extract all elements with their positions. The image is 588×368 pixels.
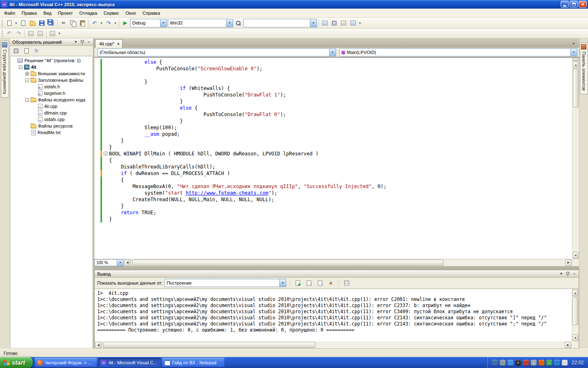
toolbar-options-icon[interactable]: ▼	[57, 29, 62, 38]
configuration-combo[interactable]: Debug▼	[130, 19, 167, 27]
toolbar-grip[interactable]	[2, 19, 3, 27]
minimize-button[interactable]	[561, 1, 569, 8]
properties-icon[interactable]	[12, 47, 20, 55]
scrollbar-thumb[interactable]	[572, 297, 578, 325]
tab-document-outline[interactable]: Структура документа	[1, 40, 9, 98]
code-line[interactable]: PushToConsole("ScreenGlowEnable 0");	[94, 65, 572, 72]
expander-icon[interactable]: -	[25, 79, 29, 82]
redo-dropdown-icon[interactable]: ▼	[113, 18, 118, 27]
navigate-backward-icon[interactable]: ↶	[4, 29, 14, 38]
editor-horizontal-scrollbar[interactable]: ◀ ▶	[124, 259, 572, 266]
tab-toolbox[interactable]: Панель элементов	[580, 43, 588, 94]
firefox-icon[interactable]	[539, 360, 544, 366]
start-page-icon[interactable]	[348, 18, 358, 27]
code-line[interactable]: {	[94, 177, 572, 183]
add-item-icon[interactable]	[18, 18, 28, 27]
toolbar-options-icon[interactable]: ▼	[358, 18, 362, 27]
search-combo[interactable]: ▼	[243, 19, 317, 27]
application-icon[interactable]: ∞	[1, 1, 7, 7]
collapse-region-icon[interactable]: -	[104, 152, 107, 155]
code-line[interactable]: }	[94, 203, 572, 209]
maximize-button[interactable]	[570, 1, 578, 8]
code-line[interactable]: }	[94, 118, 572, 124]
show-output-icon[interactable]: ▶	[293, 279, 302, 287]
start-button[interactable]: start	[0, 357, 33, 368]
code-line[interactable]: -BOOL WINAPI DllMain ( HMODULE hDll, DWO…	[94, 150, 572, 157]
close-button[interactable]: ×	[579, 1, 587, 8]
code-line[interactable]: CreateThread(NULL, NULL,Main, NULL, NULL…	[94, 196, 572, 203]
security-alert-icon[interactable]	[523, 360, 529, 366]
code-line[interactable]: DisableThreadLibraryCalls(hDll);	[94, 164, 572, 170]
menu-item[interactable]: Справка	[139, 9, 163, 17]
scrollbar-thumb[interactable]	[573, 69, 579, 108]
object-browser-icon[interactable]	[339, 18, 348, 27]
save-all-icon[interactable]	[47, 18, 56, 27]
menu-item[interactable]: Отладка	[76, 9, 100, 17]
code-line[interactable]: if ( dwReason == DLL_PROCESS_ATTACH )	[94, 170, 572, 177]
split-handle[interactable]	[573, 58, 579, 61]
tree-item[interactable]: ++4it.cpp	[11, 103, 92, 110]
code-line[interactable]: return TRUE;	[94, 209, 572, 216]
code-line[interactable]: }	[94, 216, 572, 222]
scroll-left-icon[interactable]: ◀	[95, 342, 102, 348]
scroll-down-icon[interactable]: ▼	[573, 252, 579, 258]
zoom-combo[interactable]: 100 %▼	[94, 259, 124, 266]
tree-item[interactable]: ReadMe.txt	[11, 129, 92, 136]
search-input[interactable]	[245, 19, 310, 27]
expander-icon[interactable]: -	[19, 65, 22, 69]
antivirus-icon[interactable]: ✓	[546, 360, 552, 366]
show-all-files-icon[interactable]	[22, 47, 31, 55]
new-dropdown-icon[interactable]: ▼	[14, 18, 18, 27]
code-line[interactable]: PushToConsole("DrawFlat 1");	[94, 92, 572, 98]
code-line[interactable]: else {	[94, 105, 572, 111]
code-line[interactable]: }	[94, 79, 572, 85]
tab-list-icon[interactable]: ▼	[570, 40, 577, 47]
tree-item[interactable]: ++stdafx.cpp	[11, 116, 92, 123]
taskbar-item[interactable]: Читерский Форум -> ...	[35, 358, 97, 367]
search-dropdown-icon[interactable]: ▼	[310, 19, 316, 27]
window-position-icon[interactable]: ▼	[558, 271, 564, 277]
taskbar-item[interactable]: Гайд по BX - Notepad	[162, 358, 225, 367]
solution-explorer-icon[interactable]	[320, 18, 330, 27]
code-line[interactable]: __asm popad;	[94, 131, 572, 137]
close-panel-icon[interactable]: ×	[86, 39, 92, 45]
window-position-icon[interactable]: ▼	[73, 39, 79, 45]
volume-icon[interactable]: ♪	[531, 360, 537, 366]
tree-item[interactable]: -Заголовочные файлы	[11, 77, 92, 83]
expander-icon[interactable]: +	[25, 72, 29, 76]
code-line[interactable]: }	[94, 137, 572, 144]
tree-item[interactable]: Файлы ресурсов	[11, 123, 92, 129]
code-line[interactable]: else {	[94, 59, 572, 65]
redo-icon[interactable]: ↷	[104, 18, 113, 27]
scroll-right-icon[interactable]: ▶	[565, 260, 572, 266]
tree-item[interactable]: -Файлы исходного кода	[11, 96, 92, 103]
tree-item[interactable]: hstdafx.h	[11, 83, 92, 90]
undo-dropdown-icon[interactable]: ▼	[99, 18, 104, 27]
editor-vertical-scrollbar[interactable]: ▲ ▼	[572, 58, 579, 259]
code-line[interactable]: if (Whitewalls) {	[94, 85, 572, 92]
scroll-down-icon[interactable]: ▼	[572, 334, 578, 341]
types-combo[interactable]: (Глобальная область)▼	[98, 48, 336, 56]
display-settings-icon[interactable]	[500, 360, 506, 366]
menu-item[interactable]: Правка	[18, 9, 40, 17]
calendar-icon[interactable]	[562, 360, 568, 366]
scrollbar-track[interactable]	[131, 260, 564, 266]
tree-item[interactable]: Решение "4it" (проектов: 1)	[11, 57, 92, 64]
scroll-left-icon[interactable]: ◀	[124, 260, 131, 266]
scrollbar-thumb[interactable]	[103, 342, 315, 348]
new-project-icon[interactable]	[4, 18, 14, 27]
save-icon[interactable]	[37, 18, 47, 27]
find-in-files-icon[interactable]	[234, 18, 243, 27]
tree-item[interactable]: htargetver.h	[11, 90, 92, 96]
start-debugging-icon[interactable]: ▶	[120, 18, 130, 27]
code-line[interactable]	[94, 72, 572, 79]
scrollbar-track[interactable]	[573, 68, 579, 251]
comment-selection-icon[interactable]	[48, 29, 57, 38]
menu-item[interactable]: Проект	[55, 9, 76, 17]
members-combo[interactable]: Main(LPVOID)▼	[339, 48, 578, 56]
paste-icon[interactable]	[78, 18, 87, 27]
decrease-indent-icon[interactable]	[26, 29, 36, 38]
code-line[interactable]: }	[94, 98, 572, 105]
tree-item[interactable]: ++dllmain.cpp	[11, 110, 92, 116]
code-area[interactable]: else { PushToConsole("ScreenGlowEnable 0…	[94, 58, 572, 259]
